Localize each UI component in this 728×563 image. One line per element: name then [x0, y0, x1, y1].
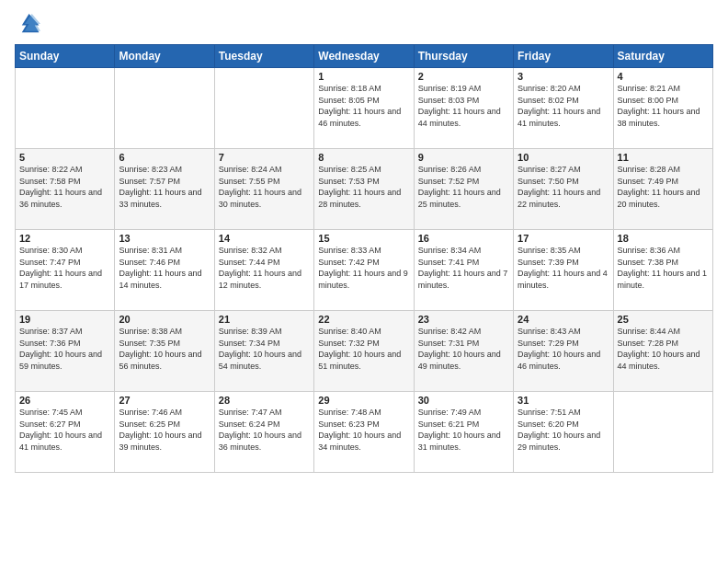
day-info: Sunrise: 8:37 AMSunset: 7:36 PMDaylight:… — [19, 326, 110, 372]
day-number: 15 — [318, 233, 409, 244]
weekday-header: Sunday — [16, 45, 115, 68]
calendar-week-row: 12Sunrise: 8:30 AMSunset: 7:47 PMDayligh… — [16, 230, 713, 311]
day-number: 4 — [618, 71, 709, 82]
calendar-cell: 21Sunrise: 8:39 AMSunset: 7:34 PMDayligh… — [214, 311, 313, 392]
day-number: 17 — [518, 233, 609, 244]
day-info: Sunrise: 8:20 AMSunset: 8:02 PMDaylight:… — [518, 83, 609, 129]
calendar-cell: 16Sunrise: 8:34 AMSunset: 7:41 PMDayligh… — [414, 230, 513, 311]
calendar-cell: 12Sunrise: 8:30 AMSunset: 7:47 PMDayligh… — [16, 230, 115, 311]
calendar-cell — [16, 68, 115, 149]
calendar-cell — [613, 392, 712, 473]
calendar-cell: 15Sunrise: 8:33 AMSunset: 7:42 PMDayligh… — [314, 230, 414, 311]
day-info: Sunrise: 8:22 AMSunset: 7:58 PMDaylight:… — [19, 164, 110, 210]
calendar-week-row: 19Sunrise: 8:37 AMSunset: 7:36 PMDayligh… — [16, 311, 713, 392]
calendar-week-row: 5Sunrise: 8:22 AMSunset: 7:58 PMDaylight… — [16, 149, 713, 230]
day-info: Sunrise: 8:19 AMSunset: 8:03 PMDaylight:… — [418, 83, 509, 129]
day-info: Sunrise: 8:18 AMSunset: 8:05 PMDaylight:… — [318, 83, 409, 129]
day-info: Sunrise: 7:49 AMSunset: 6:21 PMDaylight:… — [418, 407, 509, 453]
day-info: Sunrise: 8:26 AMSunset: 7:52 PMDaylight:… — [418, 164, 509, 210]
day-number: 3 — [518, 71, 609, 82]
day-info: Sunrise: 8:38 AMSunset: 7:35 PMDaylight:… — [119, 326, 210, 372]
day-info: Sunrise: 8:30 AMSunset: 7:47 PMDaylight:… — [19, 245, 110, 291]
weekday-header: Saturday — [613, 45, 712, 68]
day-info: Sunrise: 8:42 AMSunset: 7:31 PMDaylight:… — [418, 326, 509, 372]
day-number: 23 — [418, 314, 509, 325]
day-info: Sunrise: 8:36 AMSunset: 7:38 PMDaylight:… — [618, 245, 709, 291]
day-info: Sunrise: 8:21 AMSunset: 8:00 PMDaylight:… — [618, 83, 709, 129]
calendar-cell: 28Sunrise: 7:47 AMSunset: 6:24 PMDayligh… — [214, 392, 313, 473]
day-number: 13 — [119, 233, 210, 244]
day-number: 21 — [219, 314, 310, 325]
calendar-cell: 11Sunrise: 8:28 AMSunset: 7:49 PMDayligh… — [613, 149, 712, 230]
calendar-week-row: 1Sunrise: 8:18 AMSunset: 8:05 PMDaylight… — [16, 68, 713, 149]
calendar-cell: 18Sunrise: 8:36 AMSunset: 7:38 PMDayligh… — [613, 230, 712, 311]
calendar-cell: 17Sunrise: 8:35 AMSunset: 7:39 PMDayligh… — [514, 230, 613, 311]
logo-icon — [15, 11, 40, 37]
weekday-header: Thursday — [414, 45, 513, 68]
day-info: Sunrise: 8:24 AMSunset: 7:55 PMDaylight:… — [219, 164, 310, 210]
day-number: 27 — [119, 395, 210, 406]
day-number: 18 — [618, 233, 709, 244]
day-number: 25 — [618, 314, 709, 325]
day-number: 26 — [19, 395, 110, 406]
calendar-cell: 19Sunrise: 8:37 AMSunset: 7:36 PMDayligh… — [16, 311, 115, 392]
calendar-cell: 10Sunrise: 8:27 AMSunset: 7:50 PMDayligh… — [514, 149, 613, 230]
svg-marker-1 — [25, 14, 40, 31]
day-number: 16 — [418, 233, 509, 244]
day-info: Sunrise: 8:39 AMSunset: 7:34 PMDaylight:… — [219, 326, 310, 372]
calendar-cell: 14Sunrise: 8:32 AMSunset: 7:44 PMDayligh… — [214, 230, 313, 311]
weekday-header: Friday — [514, 45, 613, 68]
day-info: Sunrise: 8:31 AMSunset: 7:46 PMDaylight:… — [119, 245, 210, 291]
calendar: SundayMondayTuesdayWednesdayThursdayFrid… — [15, 44, 713, 473]
calendar-cell: 22Sunrise: 8:40 AMSunset: 7:32 PMDayligh… — [314, 311, 414, 392]
calendar-cell: 30Sunrise: 7:49 AMSunset: 6:21 PMDayligh… — [414, 392, 513, 473]
day-info: Sunrise: 7:51 AMSunset: 6:20 PMDaylight:… — [518, 407, 609, 453]
calendar-cell: 25Sunrise: 8:44 AMSunset: 7:28 PMDayligh… — [613, 311, 712, 392]
weekday-header: Monday — [115, 45, 214, 68]
day-number: 11 — [618, 152, 709, 163]
day-number: 6 — [119, 152, 210, 163]
day-number: 28 — [219, 395, 310, 406]
page: SundayMondayTuesdayWednesdayThursdayFrid… — [0, 0, 728, 563]
day-number: 9 — [418, 152, 509, 163]
day-number: 12 — [19, 233, 110, 244]
calendar-cell: 2Sunrise: 8:19 AMSunset: 8:03 PMDaylight… — [414, 68, 513, 149]
calendar-cell — [115, 68, 214, 149]
day-number: 31 — [518, 395, 609, 406]
day-number: 29 — [318, 395, 409, 406]
day-number: 1 — [318, 71, 409, 82]
calendar-cell: 4Sunrise: 8:21 AMSunset: 8:00 PMDaylight… — [613, 68, 712, 149]
calendar-cell: 13Sunrise: 8:31 AMSunset: 7:46 PMDayligh… — [115, 230, 214, 311]
day-info: Sunrise: 8:40 AMSunset: 7:32 PMDaylight:… — [318, 326, 409, 372]
calendar-cell: 23Sunrise: 8:42 AMSunset: 7:31 PMDayligh… — [414, 311, 513, 392]
day-info: Sunrise: 8:27 AMSunset: 7:50 PMDaylight:… — [518, 164, 609, 210]
day-info: Sunrise: 8:28 AMSunset: 7:49 PMDaylight:… — [618, 164, 709, 210]
calendar-cell: 27Sunrise: 7:46 AMSunset: 6:25 PMDayligh… — [115, 392, 214, 473]
day-info: Sunrise: 8:44 AMSunset: 7:28 PMDaylight:… — [618, 326, 709, 372]
calendar-cell — [214, 68, 313, 149]
day-number: 20 — [119, 314, 210, 325]
day-info: Sunrise: 7:46 AMSunset: 6:25 PMDaylight:… — [119, 407, 210, 453]
calendar-body: 1Sunrise: 8:18 AMSunset: 8:05 PMDaylight… — [16, 68, 713, 473]
calendar-week-row: 26Sunrise: 7:45 AMSunset: 6:27 PMDayligh… — [16, 392, 713, 473]
day-number: 22 — [318, 314, 409, 325]
day-info: Sunrise: 8:34 AMSunset: 7:41 PMDaylight:… — [418, 245, 509, 291]
calendar-cell: 31Sunrise: 7:51 AMSunset: 6:20 PMDayligh… — [514, 392, 613, 473]
day-number: 24 — [518, 314, 609, 325]
calendar-cell: 3Sunrise: 8:20 AMSunset: 8:02 PMDaylight… — [514, 68, 613, 149]
day-number: 19 — [19, 314, 110, 325]
day-info: Sunrise: 7:47 AMSunset: 6:24 PMDaylight:… — [219, 407, 310, 453]
day-number: 2 — [418, 71, 509, 82]
day-info: Sunrise: 8:25 AMSunset: 7:53 PMDaylight:… — [318, 164, 409, 210]
day-number: 30 — [418, 395, 509, 406]
day-number: 14 — [219, 233, 310, 244]
day-info: Sunrise: 7:48 AMSunset: 6:23 PMDaylight:… — [318, 407, 409, 453]
day-info: Sunrise: 8:35 AMSunset: 7:39 PMDaylight:… — [518, 245, 609, 291]
day-number: 8 — [318, 152, 409, 163]
calendar-cell: 20Sunrise: 8:38 AMSunset: 7:35 PMDayligh… — [115, 311, 214, 392]
day-info: Sunrise: 8:33 AMSunset: 7:42 PMDaylight:… — [318, 245, 409, 291]
calendar-cell: 9Sunrise: 8:26 AMSunset: 7:52 PMDaylight… — [414, 149, 513, 230]
calendar-cell: 6Sunrise: 8:23 AMSunset: 7:57 PMDaylight… — [115, 149, 214, 230]
day-number: 5 — [19, 152, 110, 163]
calendar-header: SundayMondayTuesdayWednesdayThursdayFrid… — [16, 45, 713, 68]
